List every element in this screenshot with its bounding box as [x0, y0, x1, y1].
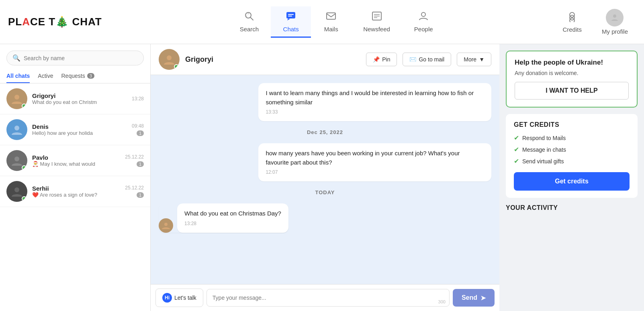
header-online-dot: [174, 64, 179, 69]
online-indicator-pavlo: [22, 165, 27, 170]
tab-requests[interactable]: Requests 3: [61, 69, 94, 83]
message-input[interactable]: [206, 289, 450, 307]
svg-line-1: [250, 17, 253, 20]
nav-item-myprofile[interactable]: My profile: [594, 5, 636, 39]
nav-item-search[interactable]: Search: [228, 6, 271, 38]
nav-search-label: Search: [240, 26, 259, 33]
tab-all-chats[interactable]: All chats: [6, 69, 30, 83]
chat-time-grigoryi: 13:28: [132, 96, 144, 102]
nav-right: Credits My profile: [554, 5, 636, 39]
check-icon-2: ✔: [514, 146, 519, 153]
your-activity-section: YOUR ACTIVITY: [506, 204, 638, 211]
svg-point-2: [247, 13, 249, 14]
chat-time-serhii: 25.12.22: [125, 185, 144, 191]
chat-item-pavlo[interactable]: Pavlo 🎅 May I know, what would 25.12.22 …: [0, 145, 150, 176]
nav-myprofile-label: My profile: [602, 28, 628, 35]
credits-section: GET CREDITS ✔ Respond to Mails ✔ Message…: [506, 114, 638, 198]
nav-item-credits[interactable]: Credits: [554, 7, 590, 37]
credits-item-3: ✔ Send virtual gifts: [514, 157, 630, 165]
svg-point-12: [421, 12, 425, 16]
chat-item-serhii[interactable]: Serhii ❤️ Are roses a sign of love? 25.1…: [0, 176, 150, 207]
search-small-icon: 🔍: [12, 54, 20, 62]
svg-point-16: [613, 14, 616, 18]
chat-info-denis: Denis Hello) how are your holida: [32, 123, 127, 136]
svg-point-3: [246, 15, 247, 16]
messages-list: I want to learn many things and I would …: [151, 75, 499, 284]
chats-nav-icon: [285, 10, 296, 24]
chat-header-name: Grigoryi: [185, 55, 360, 64]
chat-item-grigoryi[interactable]: Grigoryi What do you eat on Christm 13:2…: [0, 83, 150, 114]
chat-preview-pavlo: 🎅 May I know, what would: [32, 161, 120, 167]
goto-mail-button[interactable]: ✉️ Go to mail: [403, 53, 451, 66]
unread-badge-serhii: 1: [137, 192, 144, 198]
avatar-grigoryi: [6, 88, 27, 109]
nav-item-people[interactable]: People: [402, 6, 445, 38]
received-bubble-inner: What do you eat on Christmas Day? 13:28: [177, 203, 288, 233]
search-input[interactable]: [24, 55, 138, 61]
online-indicator-serhii: [22, 196, 27, 201]
chat-name-denis: Denis: [32, 123, 127, 130]
svg-point-22: [164, 223, 168, 226]
pin-icon: 📌: [373, 56, 380, 63]
ukraine-card: Help the people of Ukraine! Any donation…: [506, 51, 638, 108]
char-count: 300: [438, 299, 446, 304]
online-indicator: [22, 104, 27, 108]
nav-item-chats[interactable]: Chats: [271, 6, 311, 38]
avatar-denis: [6, 119, 27, 140]
tab-active[interactable]: Active: [38, 69, 53, 83]
chat-tabs: All chats Active Requests 3: [0, 69, 150, 83]
nav-item-newsfeed[interactable]: Newsfeed: [351, 6, 402, 38]
send-button[interactable]: Send ➤: [453, 289, 495, 307]
chat-meta-serhii: 25.12.22 1: [125, 185, 144, 198]
chat-info-pavlo: Pavlo 🎅 May I know, what would: [32, 154, 120, 167]
chat-preview-grigoryi: What do you eat on Christm: [32, 99, 127, 105]
chat-time-pavlo: 25.12.22: [125, 154, 144, 160]
credits-item-2: ✔ Message in chats: [514, 146, 630, 153]
nav-people-label: People: [414, 26, 433, 33]
chat-item-denis[interactable]: Denis Hello) how are your holida 09:48 1: [0, 114, 150, 145]
chat-input-area: Hi Let's talk 300 Send ➤: [151, 284, 499, 311]
svg-point-21: [167, 55, 172, 60]
message-sent-1: I want to learn many things and I would …: [258, 83, 491, 121]
message-sent-2: how many years have you been working in …: [258, 143, 491, 181]
more-button[interactable]: More ▼: [457, 53, 491, 66]
people-nav-icon: [418, 10, 429, 24]
send-arrow-icon: ➤: [480, 294, 486, 302]
want-to-help-button[interactable]: I WANT TO HELP: [515, 82, 629, 100]
svg-point-19: [14, 157, 19, 161]
sidebar: 🔍 All chats Active Requests 3: [0, 44, 151, 311]
chat-meta-denis: 09:48 1: [132, 123, 144, 136]
credits-nav-icon: [566, 11, 578, 24]
your-activity-title: YOUR ACTIVITY: [506, 204, 638, 211]
received-msg-avatar: [159, 218, 173, 233]
date-divider-today: TODAY: [159, 189, 491, 195]
logo[interactable]: PLACE T🎄 CHAT: [8, 16, 102, 28]
mail-icon: ✉️: [409, 56, 416, 63]
chevron-down-icon: ▼: [479, 56, 485, 63]
nav-mails-label: Mails: [324, 26, 338, 33]
credits-item-1: ✔ Respond to Mails: [514, 134, 630, 142]
search-box[interactable]: 🔍: [6, 51, 144, 65]
date-divider-1: Dec 25, 2022: [159, 129, 491, 135]
chat-header: Grigoryi 📌 Pin ✉️ Go to mail More ▼: [151, 44, 499, 75]
nav: Search Chats Mails Newsfeed People: [118, 6, 555, 38]
svg-rect-7: [327, 13, 335, 19]
main-content: 🔍 All chats Active Requests 3: [0, 44, 644, 311]
chat-list: Grigoryi What do you eat on Christm 13:2…: [0, 83, 150, 311]
get-credits-button[interactable]: Get credits: [514, 172, 630, 191]
unread-badge-pavlo: 1: [137, 161, 144, 167]
pin-button[interactable]: 📌 Pin: [366, 53, 397, 66]
chat-name-grigoryi: Grigoryi: [32, 92, 127, 99]
hi-icon: Hi: [162, 293, 172, 303]
chat-preview-serhii: ❤️ Are roses a sign of love?: [32, 192, 120, 198]
avatar-pavlo: [6, 150, 27, 171]
message-input-wrap: 300: [206, 289, 450, 307]
chat-preview-denis: Hello) how are your holida: [32, 130, 127, 136]
svg-point-20: [14, 187, 19, 192]
nav-credits-label: Credits: [562, 26, 582, 33]
profile-avatar: [606, 9, 624, 26]
lets-talk-button[interactable]: Hi Let's talk: [155, 289, 203, 307]
nav-item-mails[interactable]: Mails: [311, 6, 351, 38]
check-icon-1: ✔: [514, 134, 519, 142]
chat-meta-grigoryi: 13:28: [132, 96, 144, 102]
